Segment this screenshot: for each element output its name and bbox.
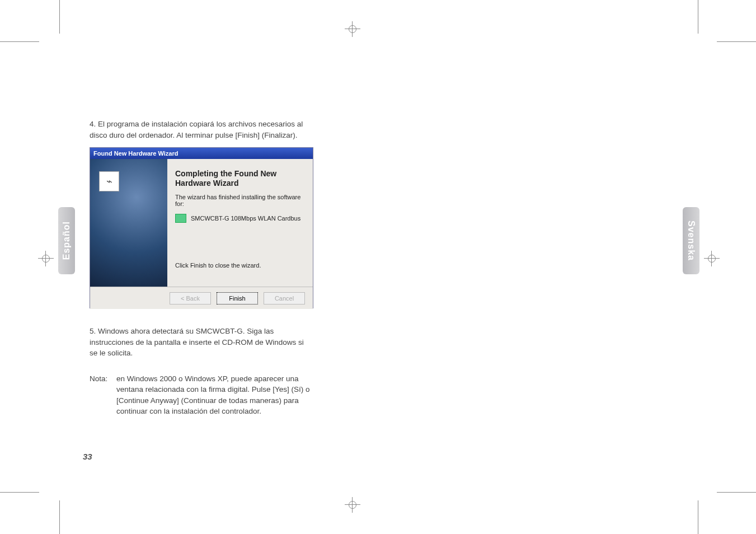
page-right: Paketets innehåll När du har packat upp … [378, 0, 756, 534]
page-left: 4. El programa de instalación copiará lo… [0, 0, 378, 534]
wizard-button-bar: < Back Finish Cancel [90, 287, 313, 309]
device-chip-icon: ⌁ [99, 171, 119, 191]
network-card-icon [175, 214, 186, 223]
note-label: Nota: [90, 374, 107, 383]
wizard-hint: Click Finish to close the wizard. [175, 262, 304, 269]
finish-button[interactable]: Finish [217, 292, 258, 305]
back-button[interactable]: < Back [170, 292, 211, 305]
wizard-sidebar-image: ⌁ [90, 159, 167, 287]
step-4: 4. El programa de instalación copiará lo… [90, 119, 313, 140]
wizard-subtext: The wizard has finished installing the s… [175, 194, 304, 207]
wizard-device-name: SMCWCBT-G 108Mbps WLAN Cardbus [191, 215, 300, 222]
cancel-button[interactable]: Cancel [264, 292, 305, 305]
page-number-left: 33 [83, 452, 92, 461]
wizard-heading: Completing the Found New Hardware Wizard [175, 169, 304, 188]
wizard-titlebar: Found New Hardware Wizard [90, 148, 313, 159]
found-new-hardware-wizard: Found New Hardware Wizard ⌁ Completing t… [90, 147, 313, 308]
note-body: en Windows 2000 o Windows XP, puede apar… [116, 373, 313, 417]
left-body-text: 4. El programa de instalación copiará lo… [90, 119, 313, 148]
step-5: 5. Windows ahora detectará su SMCWCBT-G.… [90, 326, 313, 359]
